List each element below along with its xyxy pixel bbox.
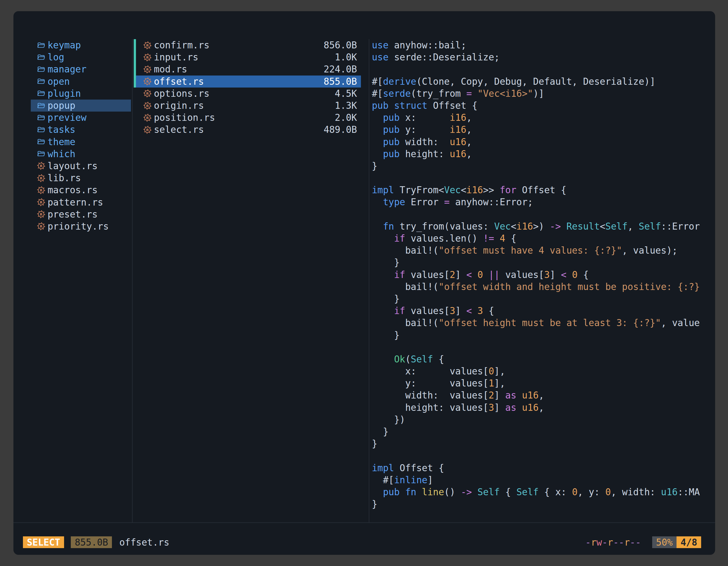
status-right-group: -rw-r--r-- 50% 4/8 bbox=[585, 536, 701, 548]
statusbar-separator bbox=[13, 522, 715, 523]
file-row[interactable]: Roptions.rs4.5K bbox=[134, 88, 361, 100]
code-line: #[inline] bbox=[372, 474, 715, 486]
entry-name: open bbox=[48, 76, 70, 87]
folder-icon bbox=[37, 102, 45, 110]
selection-marker bbox=[134, 51, 136, 63]
file-size: 856.0B bbox=[324, 40, 357, 51]
code-line: pub fn line() -> Self { Self { x: 0, y: … bbox=[372, 486, 715, 498]
parent-file-item[interactable]: Rmacros.rs bbox=[31, 184, 131, 196]
sidebar-item-theme[interactable]: theme bbox=[31, 136, 131, 148]
file-name: input.rs bbox=[154, 52, 198, 63]
code-line: height: values[3] as u16, bbox=[372, 401, 715, 414]
file-row[interactable]: Rorigin.rs1.3K bbox=[134, 100, 361, 112]
code-line: if values.len() != 4 { bbox=[372, 233, 715, 245]
svg-text:R: R bbox=[146, 55, 149, 60]
entry-name: layout.rs bbox=[48, 161, 98, 172]
code-line: Ok(Self { bbox=[372, 353, 715, 365]
code-line bbox=[372, 208, 715, 220]
code-line: pub height: u16, bbox=[372, 148, 715, 160]
svg-text:R: R bbox=[40, 164, 43, 168]
parent-file-item[interactable]: Rpreset.rs bbox=[31, 208, 131, 220]
code-line: } bbox=[372, 329, 715, 341]
cursor-position-badge: 4/8 bbox=[677, 536, 701, 548]
rust-file-icon: R bbox=[37, 174, 45, 182]
svg-text:R: R bbox=[146, 91, 149, 96]
file-row[interactable]: Rposition.rs2.0K bbox=[134, 112, 361, 124]
sidebar-item-log[interactable]: log bbox=[31, 51, 131, 63]
parent-file-item[interactable]: Rlayout.rs bbox=[31, 160, 131, 172]
parent-file-item[interactable]: Rpattern.rs bbox=[31, 196, 131, 208]
entry-name: tasks bbox=[48, 124, 75, 135]
terminal-window: keymaplogmanageropenpluginpopuppreviewta… bbox=[13, 11, 715, 555]
file-name: origin.rs bbox=[154, 100, 204, 111]
folder-icon bbox=[37, 138, 45, 146]
sidebar-item-preview[interactable]: preview bbox=[31, 112, 131, 124]
code-line: } bbox=[372, 257, 715, 269]
code-line: pub width: u16, bbox=[372, 136, 715, 148]
folder-icon bbox=[37, 114, 45, 122]
code-line: impl Offset { bbox=[372, 462, 715, 474]
status-bar: SELECT 855.0B offset.rs -rw-r--r-- 50% 4… bbox=[23, 536, 701, 548]
svg-text:R: R bbox=[40, 212, 43, 217]
folder-icon bbox=[37, 77, 45, 86]
entry-name: log bbox=[48, 52, 64, 63]
code-line: } bbox=[372, 293, 715, 305]
entry-name: theme bbox=[48, 137, 75, 147]
file-row[interactable]: Rmod.rs224.0B bbox=[134, 63, 361, 75]
file-size: 224.0B bbox=[324, 64, 357, 75]
code-line: pub x: i16, bbox=[372, 112, 715, 124]
folder-icon bbox=[37, 53, 45, 62]
code-line: } bbox=[372, 160, 715, 172]
rust-file-icon: R bbox=[37, 222, 45, 231]
file-row[interactable]: Rinput.rs1.0K bbox=[134, 51, 361, 63]
sidebar-item-popup[interactable]: popup bbox=[31, 100, 131, 112]
code-line: use serde::Deserialize; bbox=[372, 51, 715, 63]
code-line: width: values[2] as u16, bbox=[372, 389, 715, 401]
code-line: pub struct Offset { bbox=[372, 100, 715, 112]
selection-marker bbox=[134, 39, 136, 51]
rust-file-icon: R bbox=[37, 186, 45, 194]
file-name: confirm.rs bbox=[154, 40, 210, 51]
code-line bbox=[372, 341, 715, 353]
code-line: bail!("offset height must be at least 3:… bbox=[372, 317, 715, 329]
code-line: } bbox=[372, 438, 715, 450]
code-line: } bbox=[372, 426, 715, 438]
file-size: 489.0B bbox=[324, 124, 357, 135]
file-name: options.rs bbox=[154, 88, 210, 99]
code-line: #[derive(Clone, Copy, Debug, Default, De… bbox=[372, 76, 715, 88]
parent-file-item[interactable]: Rpriority.rs bbox=[31, 220, 131, 233]
rust-file-icon: R bbox=[143, 102, 152, 110]
folder-icon bbox=[37, 126, 45, 134]
sidebar-item-tasks[interactable]: tasks bbox=[31, 124, 131, 136]
code-line bbox=[372, 450, 715, 462]
rust-file-icon: R bbox=[37, 210, 45, 219]
entry-name: pattern.rs bbox=[48, 197, 103, 208]
entry-name: plugin bbox=[48, 88, 81, 99]
code-line: pub y: i16, bbox=[372, 124, 715, 136]
sidebar-item-manager[interactable]: manager bbox=[31, 63, 131, 75]
sidebar-item-plugin[interactable]: plugin bbox=[31, 88, 131, 100]
panel-separator-right bbox=[369, 39, 369, 522]
file-row[interactable]: Roffset.rs855.0B bbox=[134, 76, 361, 88]
current-directory-panel: Rconfirm.rs856.0BRinput.rs1.0KRmod.rs224… bbox=[134, 39, 361, 136]
file-row[interactable]: Rconfirm.rs856.0B bbox=[134, 39, 361, 51]
sidebar-item-keymap[interactable]: keymap bbox=[31, 39, 131, 51]
parent-file-item[interactable]: Rlib.rs bbox=[31, 172, 131, 184]
code-line: bail!("offset must have 4 values: {:?}",… bbox=[372, 245, 715, 257]
code-line: x: values[0], bbox=[372, 365, 715, 377]
code-line: fn try_from(values: Vec<i16>) -> Result<… bbox=[372, 220, 715, 233]
rust-file-icon: R bbox=[143, 126, 152, 134]
code-line: if values[3] < 3 { bbox=[372, 305, 715, 317]
code-line: #[serde(try_from = "Vec<i16>")] bbox=[372, 88, 715, 100]
file-preview-panel[interactable]: use anyhow::bail;use serde::Deserialize;… bbox=[372, 39, 715, 521]
code-line bbox=[372, 63, 715, 75]
sidebar-item-open[interactable]: open bbox=[31, 76, 131, 88]
rust-file-icon: R bbox=[143, 114, 152, 122]
file-size: 2.0K bbox=[335, 112, 357, 123]
entry-name: priority.rs bbox=[48, 221, 109, 232]
file-row[interactable]: Rselect.rs489.0B bbox=[134, 124, 361, 136]
file-name: select.rs bbox=[154, 124, 204, 135]
sidebar-item-which[interactable]: which bbox=[31, 148, 131, 160]
svg-text:R: R bbox=[146, 79, 149, 84]
selection-marker bbox=[134, 76, 136, 88]
